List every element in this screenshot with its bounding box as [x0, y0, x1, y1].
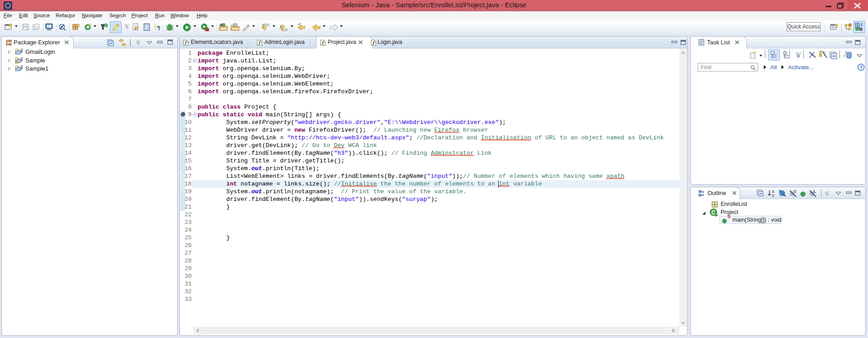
svg-text:J: J [372, 40, 375, 46]
svg-text:J: J [860, 23, 863, 27]
svg-text:J: J [184, 40, 187, 46]
svg-text:¶: ¶ [157, 24, 160, 31]
svg-text:J: J [258, 40, 261, 46]
svg-text:z: z [772, 193, 774, 197]
svg-text:J: J [321, 40, 324, 46]
svg-text:L: L [814, 189, 816, 194]
svg-text:C: C [712, 209, 716, 216]
svg-text:?: ? [859, 65, 863, 70]
svg-text:S: S [793, 189, 796, 194]
